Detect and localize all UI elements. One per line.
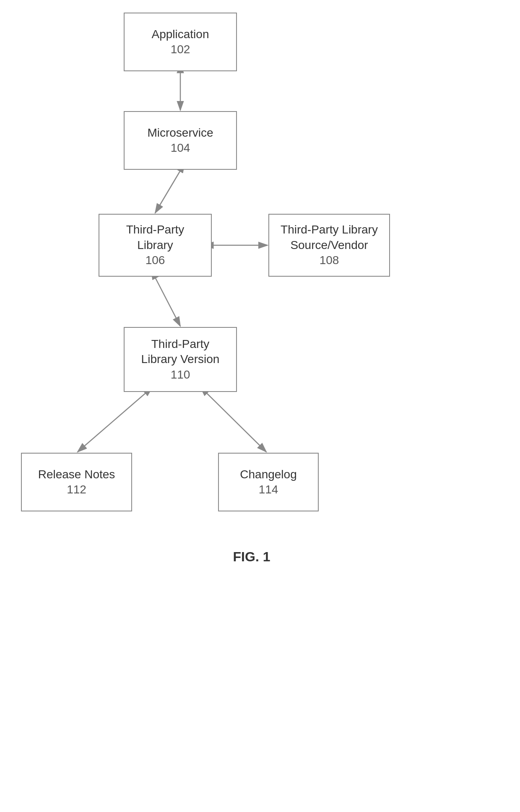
node-releasenotes-label: Release Notes [38, 467, 115, 482]
arrow-library-version [155, 278, 180, 326]
node-microservice-label: Microservice [147, 125, 213, 140]
node-library-version: Third-PartyLibrary Version 110 [124, 327, 237, 392]
node-version-id: 110 [171, 367, 190, 382]
node-version-label: Third-PartyLibrary Version [141, 337, 220, 367]
node-third-party-source: Third-Party LibrarySource/Vendor 108 [268, 214, 390, 277]
node-application-label: Application [152, 27, 209, 42]
node-microservice-id: 104 [171, 140, 190, 156]
arrows-svg: Microservice (104): bidirectional vertic… [0, 0, 520, 812]
node-third-party-library: Third-PartyLibrary 106 [99, 214, 212, 277]
diagram-container: Microservice (104): bidirectional vertic… [0, 0, 520, 812]
arrow-version-changelog [206, 393, 266, 452]
node-changelog-id: 114 [259, 482, 278, 497]
node-changelog-label: Changelog [240, 467, 296, 482]
arrow-microservice-library [155, 171, 180, 213]
node-release-notes: Release Notes 112 [21, 453, 132, 511]
node-source-id: 108 [320, 253, 339, 268]
node-application: Application 102 [124, 13, 237, 71]
node-library-label: Third-PartyLibrary [126, 222, 184, 253]
node-changelog: Changelog 114 [218, 453, 319, 511]
node-application-id: 102 [171, 42, 190, 57]
arrow-version-releasenotes [78, 393, 146, 452]
node-library-id: 106 [146, 253, 165, 268]
figure-label: FIG. 1 [210, 549, 294, 565]
node-releasenotes-id: 112 [67, 482, 86, 497]
node-microservice: Microservice 104 [124, 111, 237, 170]
node-source-label: Third-Party LibrarySource/Vendor [281, 222, 378, 253]
